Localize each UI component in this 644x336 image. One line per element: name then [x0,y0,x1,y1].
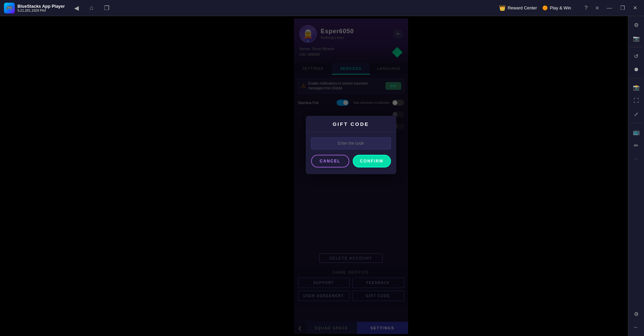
record-icon[interactable]: ⏺ [630,63,642,76]
sidebar-divider-3 [630,123,643,123]
main-content: 🧝 9 Esper6050 Nothing's here ✏ Server: S… [0,16,628,336]
home-button[interactable]: ⌂ [87,3,96,13]
nav-buttons: ◀ ⌂ ❐ [71,3,112,13]
fullscreen-icon[interactable]: ⛶ [630,95,642,107]
play-win-icon: 🟠 [542,5,548,10]
resize-icon[interactable]: ⤢ [630,108,642,120]
top-bar: 🎮 BlueStacks App Player 5.21.201.1029 P6… [0,0,644,16]
screenshot-icon[interactable]: 📸 [630,81,642,93]
menu-button[interactable]: ≡ [593,4,601,12]
help-button[interactable]: ? [582,4,590,12]
gift-code-dialog: GIFT CODE CANCEL CONFIRM [306,116,396,174]
game-window: 🧝 9 Esper6050 Nothing's here ✏ Server: S… [294,18,408,334]
confirm-button[interactable]: CONFIRM [353,155,391,167]
camera-icon[interactable]: 📷 [630,32,642,44]
refresh-icon[interactable]: ↺ [630,50,642,62]
crown-icon: 👑 [499,5,506,11]
app-title: BlueStacks App Player [17,4,65,9]
dialog-title: GIFT CODE [306,116,396,132]
arrow-left-icon[interactable]: ← [630,321,642,333]
gear-icon[interactable]: ⚙ [630,308,642,320]
app-logo: 🎮 BlueStacks App Player 5.21.201.1029 P6… [4,3,65,13]
more-icon[interactable]: ··· [630,153,642,165]
maximize-button[interactable]: ❐ [617,3,628,12]
logo-icon: 🎮 [4,3,15,13]
gift-code-input[interactable] [311,137,391,149]
reward-center-label: Reward Center [508,5,537,10]
dialog-overlay [294,18,408,334]
play-win-label: Play & Win [550,5,571,10]
play-win-button[interactable]: 🟠 Play & Win [542,5,571,10]
close-button[interactable]: ✕ [630,3,640,12]
edit-icon[interactable]: ✏ [630,139,642,151]
back-button[interactable]: ◀ [71,3,82,13]
top-bar-right: 👑 Reward Center 🟠 Play & Win ? ≡ — ❐ ✕ [499,3,640,12]
app-version: 5.21.201.1029 P64 [17,9,65,12]
settings-icon[interactable]: ⚙ [630,19,642,31]
cancel-button[interactable]: CANCEL [311,155,349,167]
sidebar-divider-2 [630,78,643,79]
tv-icon[interactable]: 📺 [630,126,642,138]
minimize-button[interactable]: — [604,4,615,12]
right-sidebar: ⚙ 📷 ↺ ⏺ 📸 ⛶ ⤢ 📺 ✏ ··· ⚙ ← [628,16,644,336]
sidebar-divider-1 [630,47,643,47]
window-controls: ? ≡ — ❐ ✕ [582,3,640,12]
multi-button[interactable]: ❐ [101,3,112,13]
reward-center-button[interactable]: 👑 Reward Center [499,5,537,11]
